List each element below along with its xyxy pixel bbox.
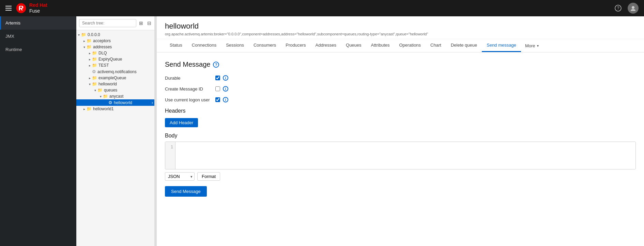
tree-node-anycast[interactable]: ▾ 📁 anycast — [76, 93, 154, 99]
top-nav: Red Hat Fuse ? — [0, 0, 644, 16]
svg-text:?: ? — [617, 6, 619, 11]
tree-node-helloworld-leaf[interactable]: ▸ ⚙ helloworld › — [76, 99, 154, 106]
tree-node-dlq[interactable]: ▸ 📁 DLQ — [76, 50, 154, 56]
brand-redhat: Red Hat — [29, 2, 47, 8]
tab-attributes[interactable]: Attributes — [366, 39, 395, 52]
use-logon-checkbox[interactable] — [215, 97, 220, 102]
body-editor: 1 — [165, 142, 636, 169]
expand-all-icon[interactable]: ⊞ — [138, 20, 144, 27]
tab-delete-queue[interactable]: Delete queue — [446, 39, 482, 52]
create-message-id-label: Create Message ID — [165, 86, 213, 92]
body-textarea[interactable] — [175, 142, 635, 169]
sidebar-item-runtime[interactable]: Runtime — [0, 43, 76, 56]
use-logon-info-icon[interactable]: i — [223, 97, 228, 102]
sidebar-item-jmx[interactable]: JMX — [0, 30, 76, 43]
content-path: org.apache.activemq.artemis:broker="0.0.… — [165, 32, 636, 36]
format-bar: JSON XML Plain Text Format — [165, 172, 636, 181]
durable-checkbox[interactable] — [215, 76, 220, 80]
durable-row: Durable i — [165, 75, 636, 81]
sidebar: Artemis JMX Runtime — [0, 16, 76, 246]
tree-node-test[interactable]: ▸ 📁 TEST — [76, 62, 154, 68]
durable-info-icon[interactable]: i — [223, 75, 228, 81]
use-logon-label: Use current logon user — [165, 97, 213, 102]
body-section: Body 1 JSON XML Plain Text — [165, 133, 636, 197]
line-numbers: 1 — [165, 142, 175, 169]
tab-producers[interactable]: Producers — [281, 39, 310, 52]
sidebar-item-artemis[interactable]: Artemis — [0, 16, 76, 30]
tree-node-addresses[interactable]: ▾ 📁 addresses — [76, 44, 154, 50]
tree-node-root[interactable]: ▾ 📁 0.0.0.0 — [76, 32, 154, 38]
create-message-id-info-icon[interactable]: i — [223, 86, 228, 92]
tab-connections[interactable]: Connections — [187, 39, 221, 52]
use-logon-row: Use current logon user i — [165, 97, 636, 102]
brand-fuse: Fuse — [29, 8, 47, 14]
chevron-down-icon: ▾ — [537, 44, 539, 48]
svg-point-3 — [632, 6, 634, 9]
format-select-wrap: JSON XML Plain Text — [165, 172, 195, 181]
tree-node-acceptors[interactable]: ▸ 📁 acceptors — [76, 38, 154, 44]
line-number-1: 1 — [167, 145, 173, 149]
tree-content: ▾ 📁 0.0.0.0 ▸ 📁 acceptors ▾ 📁 addresses — [76, 30, 154, 246]
page-title: helloworld — [165, 22, 636, 31]
tree-panel: ⊞ ⊟ ▾ 📁 0.0.0.0 ▸ 📁 acceptors ▾ 📁 — [76, 16, 155, 246]
tabs-bar: Status Connections Sessions Consumers Pr… — [157, 39, 644, 52]
tree-node-activemq-notifications[interactable]: ▸ ⚙ activemq.notifications — [76, 68, 154, 75]
add-header-button[interactable]: Add Header — [165, 118, 198, 127]
tree-node-helloworld1[interactable]: ▸ 📁 helloworld1 — [76, 106, 154, 112]
menu-button[interactable] — [5, 6, 12, 11]
body-label: Body — [165, 133, 636, 139]
tree-node-examplequeue[interactable]: ▸ 📁 exampleQueue — [76, 75, 154, 81]
tab-queues[interactable]: Queues — [341, 39, 366, 52]
send-message-button[interactable]: Send Message — [165, 186, 207, 197]
tab-status[interactable]: Status — [165, 39, 187, 52]
create-message-id-checkbox[interactable] — [215, 86, 220, 91]
create-message-id-row: Create Message ID i — [165, 86, 636, 92]
tree-search-bar: ⊞ ⊟ — [76, 16, 154, 30]
format-select[interactable]: JSON XML Plain Text — [165, 172, 195, 181]
format-button[interactable]: Format — [197, 172, 220, 181]
tab-chart[interactable]: Chart — [426, 39, 446, 52]
tree-node-helloworld-folder[interactable]: ▾ 📁 helloworld — [76, 81, 154, 87]
tab-operations[interactable]: Operations — [395, 39, 426, 52]
collapse-all-icon[interactable]: ⊟ — [146, 20, 153, 27]
tab-addresses[interactable]: Addresses — [311, 39, 341, 52]
user-avatar[interactable] — [628, 3, 639, 14]
headers-label: Headers — [165, 108, 636, 114]
form-title: Send Message ? — [165, 61, 636, 68]
durable-label: Durable — [165, 76, 213, 81]
tab-send-message[interactable]: Send message — [482, 39, 521, 52]
content-area: helloworld org.apache.activemq.artemis:b… — [157, 16, 644, 246]
brand-logo: Red Hat Fuse — [16, 2, 47, 14]
send-message-help-icon[interactable]: ? — [213, 62, 219, 68]
tab-more[interactable]: More ▾ — [521, 40, 543, 52]
content-body: Send Message ? Durable i Create Message … — [157, 52, 644, 246]
tree-node-expiryqueue[interactable]: ▸ 📁 ExpiryQueue — [76, 56, 154, 62]
tree-node-queues[interactable]: ▾ 📁 queues — [76, 87, 154, 93]
help-button[interactable]: ? — [613, 3, 624, 14]
tab-consumers[interactable]: Consumers — [249, 39, 281, 52]
tab-sessions[interactable]: Sessions — [221, 39, 249, 52]
content-header: helloworld org.apache.activemq.artemis:b… — [157, 16, 644, 39]
search-input[interactable] — [79, 19, 136, 27]
